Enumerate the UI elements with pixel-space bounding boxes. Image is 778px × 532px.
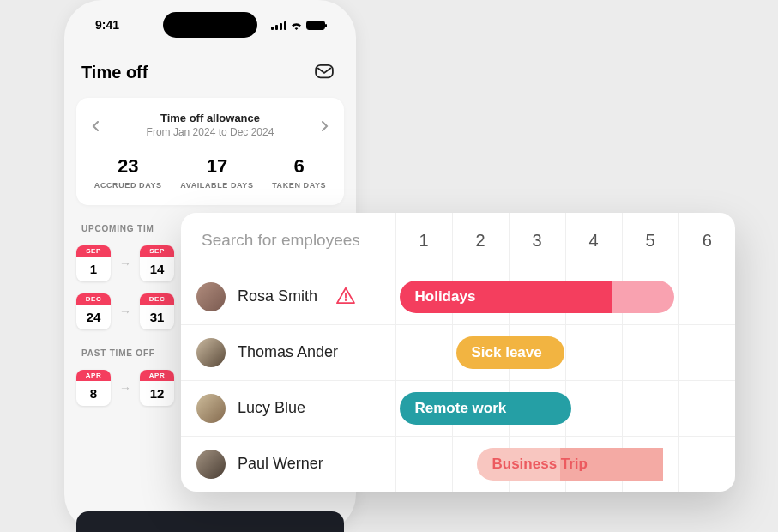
svg-rect-0	[316, 65, 333, 77]
dynamic-island	[163, 12, 257, 38]
day-column: 2	[452, 213, 509, 269]
warning-icon	[336, 287, 355, 307]
avatar	[196, 394, 226, 423]
date-day: 14	[140, 257, 174, 281]
date-month: APR	[76, 370, 111, 381]
avatar	[196, 282, 226, 311]
date-month: DEC	[76, 293, 111, 305]
day-column: 3	[509, 213, 565, 269]
arrow-right-icon: →	[119, 257, 131, 270]
date-day: 12	[140, 381, 174, 406]
employee-row[interactable]: Thomas Ander Sick leave	[181, 324, 735, 380]
date-tile-to: DEC 31	[140, 293, 174, 329]
date-tile-from: DEC 24	[76, 293, 111, 329]
date-month: APR	[140, 370, 174, 381]
date-day: 24	[76, 305, 111, 329]
allowance-next-button[interactable]	[317, 118, 332, 134]
date-tile-to: SEP 14	[140, 245, 174, 281]
cellular-icon	[271, 21, 286, 30]
arrow-right-icon: →	[119, 305, 131, 318]
allowance-card: Time off allowance From Jan 2024 to Dec …	[76, 98, 344, 205]
allowance-subtitle: From Jan 2024 to Dec 2024	[147, 126, 274, 138]
stat-available: 17 AVAILABLE DAYS	[180, 155, 253, 190]
day-column: 6	[678, 213, 735, 269]
date-day: 8	[76, 381, 111, 406]
employee-row[interactable]: Lucy Blue Remote work	[181, 380, 735, 436]
stat-label: TAKEN DAYS	[272, 181, 326, 190]
primary-action-button[interactable]	[76, 511, 344, 532]
date-tile-from: SEP 1	[76, 245, 111, 281]
avatar	[196, 450, 226, 479]
status-bar: 9:41	[76, 10, 344, 39]
employee-schedule-panel: Search for employees 1 2 3 4 5 6 Rosa Sm…	[181, 213, 735, 492]
status-time: 9:41	[95, 18, 119, 32]
svg-point-2	[345, 299, 347, 300]
employee-name: Rosa Smith	[238, 287, 317, 305]
mail-button[interactable]	[310, 60, 339, 84]
page-title: Time off	[81, 63, 148, 82]
allowance-stats: 23 ACCRUED DAYS 17 AVAILABLE DAYS 6 TAKE…	[85, 150, 335, 190]
employee-search-input[interactable]: Search for employees	[181, 213, 395, 269]
day-column: 5	[622, 213, 678, 269]
allowance-prev-button[interactable]	[88, 118, 104, 134]
stat-value: 23	[94, 155, 162, 178]
arrow-right-icon: →	[119, 381, 131, 395]
employee-row[interactable]: Rosa Smith Holidays	[181, 269, 735, 324]
stat-taken: 6 TAKEN DAYS	[272, 155, 326, 190]
stat-label: ACCRUED DAYS	[94, 181, 162, 190]
date-month: DEC	[140, 293, 174, 305]
mail-icon	[315, 64, 334, 80]
stat-value: 6	[272, 155, 326, 178]
date-day: 31	[140, 305, 174, 329]
chevron-left-icon	[91, 121, 101, 131]
date-tile-from: APR 8	[76, 370, 111, 406]
wifi-icon	[290, 21, 303, 30]
stat-value: 17	[180, 155, 253, 178]
day-column: 1	[395, 213, 452, 269]
stat-label: AVAILABLE DAYS	[180, 181, 253, 190]
date-month: SEP	[76, 245, 111, 257]
date-day: 1	[76, 257, 111, 281]
employee-name: Paul Werner	[238, 455, 323, 473]
stat-accrued: 23 ACCRUED DAYS	[94, 155, 162, 190]
employee-row[interactable]: Paul Werner Business Trip	[181, 436, 735, 492]
date-month: SEP	[140, 245, 174, 257]
date-tile-to: APR 12	[140, 370, 174, 406]
avatar	[196, 338, 226, 367]
chevron-right-icon	[319, 121, 329, 131]
page-header: Time off	[76, 39, 344, 98]
employee-name: Thomas Ander	[238, 343, 338, 361]
battery-icon	[306, 21, 325, 30]
allowance-title: Time off allowance	[147, 112, 274, 124]
day-column: 4	[565, 213, 622, 269]
employee-name: Lucy Blue	[238, 399, 305, 417]
status-icons	[271, 21, 325, 30]
